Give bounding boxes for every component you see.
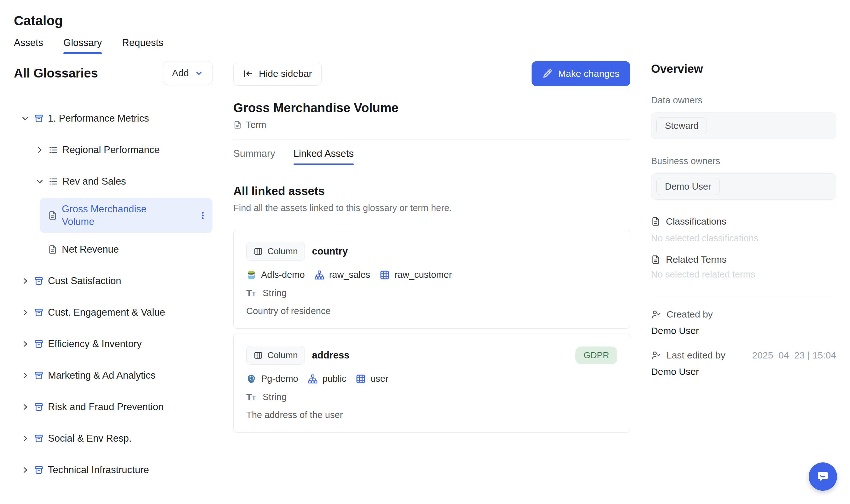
term-title: Gross Merchandise Volume [233, 101, 630, 115]
glossary-icon [34, 276, 44, 286]
chevron-right-icon[interactable] [21, 466, 30, 474]
related-terms-row: Related Terms [651, 254, 836, 265]
active-tab-underline [294, 163, 354, 165]
asset-name: country [312, 246, 348, 257]
tree-item-net-revenue[interactable]: Net Revenue [14, 241, 212, 258]
linked-assets-heading: All linked assets [233, 185, 630, 198]
hide-sidebar-button[interactable]: Hide sidebar [233, 62, 322, 86]
term-icon [48, 245, 57, 254]
tab-requests[interactable]: Requests [122, 37, 163, 54]
tree-item-label: Social & Env Resp. [48, 433, 132, 444]
chat-launcher-button[interactable] [809, 463, 837, 491]
tree-item-cust-satisfaction[interactable]: Cust Satisfaction [14, 272, 212, 290]
active-tab-underline [63, 52, 102, 54]
tree-item-risk-fraud-prevention[interactable]: Risk and Fraud Prevention [14, 398, 212, 416]
sidebar-header: All Glossaries Add [14, 61, 212, 85]
business-owners-label: Business owners [651, 156, 836, 166]
term-icon [48, 211, 57, 220]
asset-header-row: Column address GDPR [246, 346, 617, 365]
glossary-icon [34, 339, 44, 349]
chevron-down-icon [194, 69, 203, 77]
asset-description: The address of the user [246, 410, 617, 420]
table-name: raw_customer [395, 270, 452, 280]
created-by-label: Created by [666, 309, 713, 320]
asset-type-chip: Column [246, 346, 305, 365]
schema-group: raw_sales [314, 270, 370, 280]
term-tabs: Summary Linked Assets [233, 148, 630, 165]
adls-connection-icon [246, 270, 256, 280]
term-icon [233, 121, 242, 129]
tab-requests-label: Requests [122, 37, 163, 48]
tree-item-performance-metrics[interactable]: 1. Performance Metrics [14, 110, 212, 127]
chevron-right-icon[interactable] [21, 340, 30, 348]
tree-item-cust-engagement-value[interactable]: Cust. Engagement & Value [14, 304, 212, 321]
classifications-empty: No selected classifications [651, 233, 836, 244]
term-detail-panel: Hide sidebar Make changes Gross Merchand… [219, 54, 640, 485]
chevron-right-icon[interactable] [21, 402, 30, 411]
column-icon [254, 247, 263, 256]
chevron-down-icon[interactable] [21, 114, 30, 123]
term-type-row: Term [233, 120, 630, 130]
chevron-right-icon[interactable] [21, 434, 30, 443]
glossary-icon [34, 308, 44, 317]
tree-item-marketing-ad-analytics[interactable]: Marketing & Ad Analytics [14, 367, 212, 384]
tab-summary[interactable]: Summary [233, 148, 275, 165]
related-terms-icon [651, 255, 660, 264]
top-tabs: Assets Glossary Requests [14, 37, 836, 54]
chevron-right-icon[interactable] [21, 276, 30, 285]
asset-type-label: Column [267, 350, 298, 360]
postgres-connection-icon [246, 374, 256, 384]
more-options-icon[interactable] [198, 211, 207, 220]
catalog-page: Catalog Assets Glossary Requests All Glo… [0, 0, 850, 504]
overview-panel: Overview Data owners Steward Business ow… [640, 54, 850, 485]
category-icon [49, 145, 58, 155]
tree-item-label: Rev and Sales [63, 176, 126, 187]
datatype-label: String [263, 288, 287, 298]
created-by-row: Created by [651, 309, 836, 320]
tree-item-label: Efficiency & Inventory [48, 338, 142, 350]
classifications-row: Classifications [651, 216, 836, 227]
term-detail-toolbar: Hide sidebar Make changes [233, 61, 630, 86]
tab-linked-assets-label: Linked Assets [294, 148, 354, 159]
tree-item-gross-merchandise-volume[interactable]: Gross Merchandise Volume [40, 198, 212, 233]
tree-item-social-env-resp[interactable]: Social & Env Resp. [14, 430, 212, 447]
tree-item-rev-and-sales[interactable]: Rev and Sales [14, 173, 212, 190]
owner-chip: Demo User [656, 178, 720, 195]
add-button[interactable]: Add [163, 61, 212, 85]
sidebar-title: All Glossaries [14, 66, 98, 80]
related-terms-empty: No selected related terms [651, 269, 836, 280]
column-icon [254, 350, 263, 360]
asset-datatype-row: TT String [246, 392, 617, 402]
chevron-right-icon[interactable] [21, 308, 30, 317]
tab-linked-assets[interactable]: Linked Assets [294, 148, 354, 165]
category-icon [49, 177, 58, 186]
tab-glossary[interactable]: Glossary [63, 37, 102, 54]
make-changes-button[interactable]: Make changes [532, 61, 630, 86]
tree-item-efficiency-inventory[interactable]: Efficiency & Inventory [14, 335, 212, 353]
classifications-label: Classifications [666, 216, 726, 227]
last-edited-value: Demo User [651, 366, 836, 377]
table-name: user [370, 374, 388, 384]
tree-item-technical-infrastructure[interactable]: Technical Infrastructure [14, 461, 212, 479]
linked-assets-subheading: Find all the assets linked to this gloss… [233, 203, 630, 213]
tree-item-label: Regional Performance [63, 144, 159, 156]
asset-hierarchy-row: Pg-demo public user [246, 374, 617, 384]
linked-asset-card-address[interactable]: Column address GDPR Pg-demo public [233, 334, 630, 432]
make-changes-label: Make changes [558, 68, 620, 79]
tree-item-regional-performance[interactable]: Regional Performance [14, 141, 212, 159]
content-columns: All Glossaries Add 1. Performance Metric… [0, 54, 850, 485]
tab-assets[interactable]: Assets [14, 37, 43, 54]
pencil-icon [542, 69, 552, 79]
tree-item-label: Cust. Engagement & Value [48, 307, 165, 318]
tree-item-label: Cust Satisfaction [48, 275, 121, 287]
asset-type-label: Column [267, 246, 298, 256]
glossary-icon [34, 465, 44, 475]
chevron-right-icon[interactable] [35, 146, 44, 154]
linked-asset-card-country[interactable]: Column country Adls-demo raw_sales [233, 230, 630, 328]
glossary-sidebar: All Glossaries Add 1. Performance Metric… [0, 54, 219, 485]
chevron-down-icon[interactable] [35, 177, 44, 186]
connection-group: Adls-demo [246, 270, 305, 280]
asset-header-row: Column country [246, 242, 617, 261]
chevron-right-icon[interactable] [21, 371, 30, 380]
tree-item-label: Risk and Fraud Prevention [48, 401, 163, 413]
